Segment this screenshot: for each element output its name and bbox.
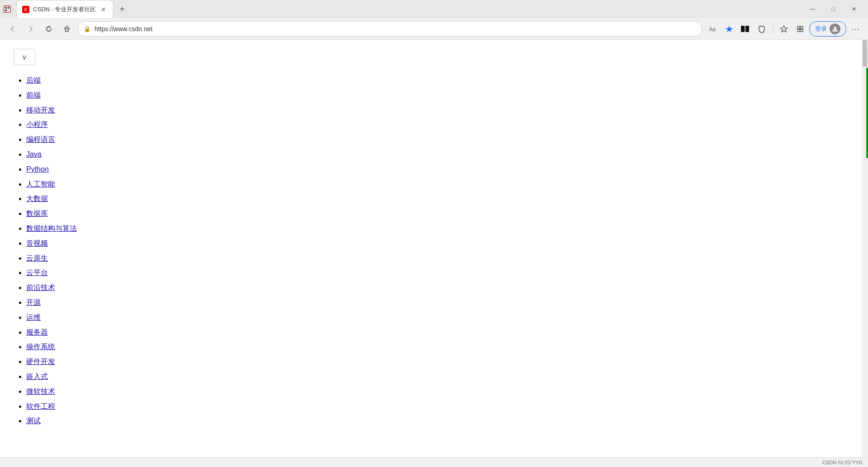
content-area: ∨ 后端前端移动开发小程序编程语言JavaPython人工智能大数据数据库数据结… (0, 40, 868, 439)
immersive-reader-button[interactable] (738, 22, 753, 36)
read-aloud-button[interactable]: Aα (706, 22, 720, 36)
new-tab-button[interactable]: + (115, 0, 129, 18)
address-input[interactable] (94, 25, 696, 33)
list-item: 人工智能 (26, 178, 854, 191)
nav-link-22[interactable]: 软件工程 (26, 402, 55, 410)
list-item: 云平台 (26, 266, 854, 280)
nav-bar: 🔒 Aα 登录 (0, 18, 868, 40)
status-text: CSDN ©LYD YYG (822, 460, 863, 465)
svg-rect-11 (797, 26, 800, 28)
svg-rect-4 (66, 29, 68, 32)
list-item: 运维 (26, 311, 854, 324)
list-item: 大数据 (26, 192, 854, 205)
minimize-button[interactable]: — (802, 0, 823, 18)
tab-favicon-csdn: C (22, 6, 29, 13)
nav-link-0[interactable]: 后端 (26, 76, 41, 84)
page-content: ∨ 后端前端移动开发小程序编程语言JavaPython人工智能大数据数据库数据结… (0, 40, 868, 467)
nav-link-14[interactable]: 前沿技术 (26, 284, 55, 291)
forward-button[interactable] (24, 22, 38, 36)
list-item: 编程语言 (26, 133, 854, 146)
nav-link-23[interactable]: 测试 (26, 417, 41, 425)
window-controls: — □ ✕ (802, 0, 864, 18)
list-item: Python (26, 163, 854, 176)
svg-rect-3 (5, 9, 7, 11)
list-item: 软件工程 (26, 400, 854, 413)
avatar-icon (830, 23, 840, 34)
list-item: 移动开发 (26, 104, 854, 117)
list-item: 前沿技术 (26, 281, 854, 294)
scrollbar-thumb[interactable] (863, 40, 867, 67)
list-item: 服务器 (26, 326, 854, 339)
svg-rect-7 (741, 26, 745, 32)
dropdown-toggle-button[interactable]: ∨ (14, 49, 35, 65)
list-item: 微软技术 (26, 385, 854, 398)
nav-link-9[interactable]: 数据库 (26, 210, 48, 217)
svg-rect-9 (745, 26, 746, 32)
svg-rect-8 (745, 26, 749, 32)
nav-link-2[interactable]: 移动开发 (26, 106, 55, 114)
list-item: 操作系统 (26, 341, 854, 354)
nav-link-12[interactable]: 云原生 (26, 254, 48, 262)
more-options-button[interactable]: ⋯ (848, 22, 863, 36)
tab-favicon (4, 5, 11, 13)
lock-icon: 🔒 (84, 25, 91, 32)
svg-rect-14 (801, 29, 803, 32)
nav-link-13[interactable]: 云平台 (26, 269, 48, 276)
shield-button[interactable] (755, 22, 769, 36)
list-item: 小程序 (26, 118, 854, 131)
nav-link-15[interactable]: 开源 (26, 299, 41, 306)
list-item: 音视频 (26, 237, 854, 250)
nav-link-3[interactable]: 小程序 (26, 121, 48, 128)
login-button[interactable]: 登录 (809, 21, 846, 37)
nav-link-1[interactable]: 前端 (26, 91, 41, 99)
favorites-bar-button[interactable] (777, 22, 791, 36)
nav-link-17[interactable]: 服务器 (26, 328, 48, 336)
nav-link-5[interactable]: Java (26, 150, 42, 158)
collections-button[interactable] (793, 22, 807, 36)
nav-link-18[interactable]: 操作系统 (26, 343, 55, 350)
nav-actions: Aα 登录 ⋯ (706, 21, 863, 37)
list-item: 云原生 (26, 252, 854, 265)
address-bar-wrapper[interactable]: 🔒 (78, 21, 702, 37)
active-tab[interactable]: C CSDN - 专业开发者社区 ✕ (16, 0, 113, 18)
status-bar: CSDN ©LYD YYG (0, 457, 868, 467)
back-button[interactable] (5, 22, 20, 36)
nav-link-19[interactable]: 硬件开发 (26, 358, 55, 365)
svg-rect-1 (5, 7, 7, 9)
tab-title: CSDN - 专业开发者社区 (33, 5, 96, 14)
nav-link-21[interactable]: 微软技术 (26, 388, 55, 395)
nav-link-16[interactable]: 运维 (26, 313, 41, 321)
list-item: Java (26, 148, 854, 161)
svg-marker-10 (780, 26, 788, 32)
svg-rect-2 (8, 7, 9, 9)
login-label: 登录 (815, 25, 827, 33)
list-item: 硬件开发 (26, 355, 854, 369)
home-button[interactable] (60, 22, 74, 36)
list-item: 前端 (26, 89, 854, 102)
favorites-star-button[interactable] (722, 22, 736, 36)
title-bar: C CSDN - 专业开发者社区 ✕ + — □ ✕ (0, 0, 868, 18)
nav-link-4[interactable]: 编程语言 (26, 135, 55, 143)
refresh-button[interactable] (42, 22, 56, 36)
edge-indicator-bar (866, 68, 868, 158)
nav-link-6[interactable]: Python (26, 165, 49, 173)
close-button[interactable]: ✕ (844, 0, 864, 18)
nav-link-20[interactable]: 嵌入式 (26, 373, 48, 380)
svg-rect-13 (797, 29, 800, 32)
tab-icon-area (4, 5, 11, 13)
tab-close-button[interactable]: ✕ (99, 5, 108, 14)
tab-bar: C CSDN - 专业开发者社区 ✕ + (16, 0, 798, 18)
nav-link-11[interactable]: 音视频 (26, 239, 48, 247)
svg-text:Aα: Aα (709, 26, 716, 33)
list-item: 后端 (26, 74, 854, 87)
nav-link-10[interactable]: 数据结构与算法 (26, 224, 77, 232)
list-item: 测试 (26, 415, 854, 428)
list-item: 开源 (26, 296, 854, 309)
nav-link-8[interactable]: 大数据 (26, 195, 48, 202)
nav-list: 后端前端移动开发小程序编程语言JavaPython人工智能大数据数据库数据结构与… (14, 74, 854, 428)
list-item: 数据库 (26, 207, 854, 220)
nav-link-7[interactable]: 人工智能 (26, 180, 55, 188)
separator (773, 24, 773, 33)
chevron-down-icon: ∨ (22, 53, 27, 61)
maximize-button[interactable]: □ (823, 0, 844, 18)
